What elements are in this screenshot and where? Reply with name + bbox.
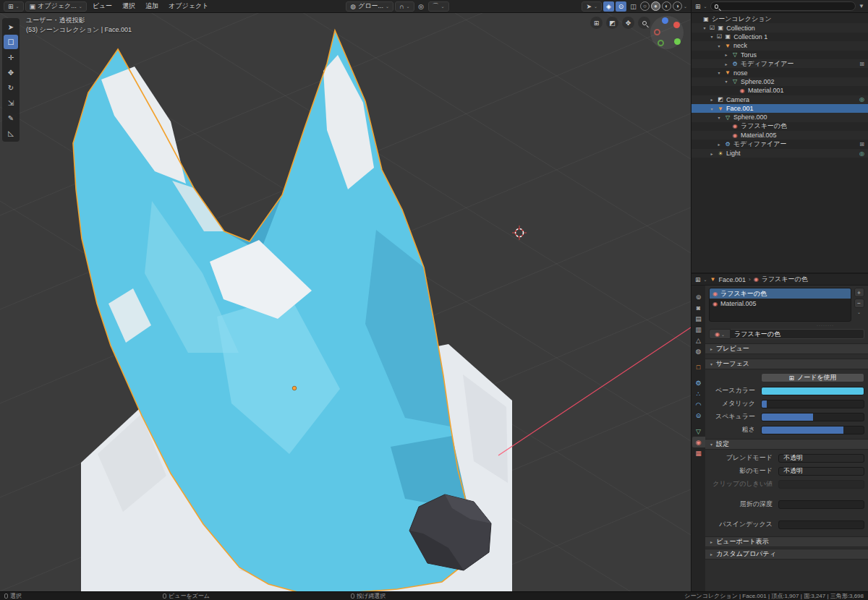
- material-name-field[interactable]: ラフスキーの色: [731, 329, 864, 339]
- section-viewport-display[interactable]: ▸ ビューポート表示: [705, 536, 868, 547]
- navigation-gizmo[interactable]: [650, 16, 684, 49]
- expand-caret[interactable]: ▾: [716, 70, 722, 75]
- zoom-view-button[interactable]: [638, 17, 650, 29]
- camera-view-button[interactable]: ◩: [606, 17, 618, 29]
- properties-editor-icon[interactable]: ⊞: [695, 276, 701, 283]
- enum-dropdown[interactable]: 不透明: [778, 467, 864, 476]
- expand-caret[interactable]: ▾: [716, 43, 722, 48]
- filter-icon[interactable]: ▼: [859, 3, 864, 9]
- select-box-tool[interactable]: ☐: [4, 35, 18, 49]
- axis-neg-y-dot[interactable]: [658, 40, 664, 46]
- tab-view-layer[interactable]: ▥: [692, 324, 705, 335]
- tab-object-data[interactable]: ▽: [692, 426, 705, 437]
- value-slider[interactable]: [761, 413, 864, 421]
- outliner-row[interactable]: ▸◩Camera◎: [692, 95, 868, 104]
- outliner-row[interactable]: ▸☀Light◎: [692, 149, 868, 158]
- rotate-tool[interactable]: ↻: [4, 80, 18, 95]
- editor-type-button[interactable]: ⊞ ⌄: [4, 1, 24, 12]
- tab-texture[interactable]: ▦: [692, 447, 705, 458]
- xray-toggle[interactable]: ◫: [628, 1, 639, 12]
- enum-dropdown[interactable]: 不透明: [778, 454, 864, 463]
- expand-caret[interactable]: ▸: [709, 151, 715, 156]
- outliner-row[interactable]: ▸▽Torus: [692, 51, 868, 59]
- remove-slot-button[interactable]: −: [854, 299, 864, 308]
- browse-material-button[interactable]: ◉ ⌄: [709, 329, 731, 339]
- tab-render[interactable]: ◙: [692, 302, 705, 313]
- tab-particles[interactable]: ∴: [692, 388, 705, 399]
- collection-checkbox[interactable]: ☑: [717, 33, 722, 40]
- tab-tool[interactable]: ⊚: [692, 291, 705, 302]
- slot-specials-icon[interactable]: ⌄: [857, 309, 861, 314]
- mode-select[interactable]: ▣ オブジェク... ⌄: [25, 1, 87, 12]
- use-nodes-button[interactable]: ⊞ ノードを使用: [761, 373, 864, 382]
- tab-scene[interactable]: △: [692, 335, 705, 346]
- section-settings[interactable]: ▾ 設定: [705, 439, 868, 450]
- tab-output[interactable]: ▤: [692, 313, 705, 324]
- expand-caret[interactable]: ▸: [709, 97, 715, 102]
- outliner-row[interactable]: ▾☑▣Collection: [692, 23, 868, 32]
- tab-modifiers[interactable]: ⚙: [692, 377, 705, 388]
- data-icon[interactable]: ◎: [859, 150, 864, 157]
- object-visibility-select[interactable]: ➤ ⌄: [582, 1, 602, 12]
- material-slot[interactable]: ◉ラフスキーの色: [710, 288, 851, 299]
- outliner-row[interactable]: ▾▼nose: [692, 68, 868, 77]
- tab-physics[interactable]: ◠: [692, 399, 705, 410]
- expand-caret[interactable]: ▸: [723, 52, 729, 57]
- tab-world[interactable]: ◍: [692, 346, 705, 356]
- material-slot[interactable]: ◉Material.005: [710, 299, 851, 309]
- ortho-toggle-button[interactable]: ⊞: [590, 17, 603, 29]
- shading-rendered-button[interactable]: ◑: [673, 1, 682, 11]
- viewport-canvas[interactable]: ➤☐✛✥↻⇲✎◺ ユーザー・透視投影 (53) シーンコレクション | Face…: [0, 13, 691, 591]
- snap-toggle[interactable]: ∩ ⌄: [395, 1, 414, 12]
- outliner-row[interactable]: ▸⚙モディファイアー⊞: [692, 59, 868, 68]
- transform-orientation-select[interactable]: ◍ グロー... ⌄: [346, 1, 393, 12]
- menu-item-1[interactable]: 選択: [118, 1, 140, 12]
- menu-item-0[interactable]: ビュー: [88, 1, 116, 12]
- expand-caret[interactable]: ▸: [723, 61, 729, 67]
- collection-checkbox[interactable]: ☑: [710, 25, 715, 31]
- value-slider[interactable]: [761, 426, 864, 434]
- outliner-editor-icon[interactable]: ⊞: [695, 3, 701, 10]
- pan-view-button[interactable]: ✥: [622, 17, 634, 29]
- screen-icon[interactable]: ⊞: [859, 141, 864, 147]
- axis-y-dot[interactable]: [674, 38, 681, 45]
- menu-item-2[interactable]: 追加: [141, 1, 163, 12]
- outliner-row[interactable]: ▾▽Sphere.000: [692, 113, 868, 121]
- section-preview[interactable]: ▸ プレビュー: [705, 343, 868, 354]
- expand-caret[interactable]: ▾: [709, 106, 715, 111]
- outliner-row[interactable]: ▾▽Sphere.002: [692, 77, 868, 86]
- outliner-row[interactable]: ▸⚙モディファイアー⊞: [692, 140, 868, 148]
- value-slider[interactable]: [761, 400, 864, 408]
- outliner-search[interactable]: [710, 1, 856, 11]
- expand-caret[interactable]: ▾: [702, 25, 707, 30]
- expand-caret[interactable]: ▾: [709, 34, 715, 39]
- outliner-row[interactable]: ◉Material.001: [692, 86, 868, 95]
- move-tool[interactable]: ✥: [4, 65, 18, 80]
- menu-item-3[interactable]: オブジェクト: [164, 1, 213, 12]
- shading-solid-button[interactable]: ●: [651, 1, 660, 11]
- outliner-row[interactable]: ◉ラフスキーの色: [692, 122, 868, 131]
- expand-caret[interactable]: ▸: [716, 142, 722, 147]
- outliner-row[interactable]: ▾▼neck: [692, 41, 868, 50]
- breadcrumb-material[interactable]: ラフスキーの色: [762, 275, 808, 284]
- data-icon[interactable]: ◎: [859, 96, 864, 103]
- tab-material[interactable]: ◉: [692, 437, 705, 447]
- expand-caret[interactable]: ▾: [716, 115, 722, 120]
- add-slot-button[interactable]: ＋: [854, 288, 864, 297]
- axis-neg-x-dot[interactable]: [654, 29, 660, 35]
- section-surface[interactable]: ▾ サーフェス: [705, 359, 868, 369]
- base-color-swatch[interactable]: [761, 387, 864, 395]
- axis-x-dot[interactable]: [673, 22, 680, 28]
- search-input[interactable]: [721, 3, 851, 9]
- show-gizmo-toggle[interactable]: ◈: [603, 1, 614, 12]
- number-field[interactable]: [778, 520, 864, 529]
- shading-material-button[interactable]: ◐: [662, 1, 671, 11]
- screen-icon[interactable]: ⊞: [859, 61, 864, 67]
- expand-caret[interactable]: ▾: [723, 79, 729, 84]
- measure-tool[interactable]: ◺: [4, 126, 18, 140]
- number-field[interactable]: [778, 500, 864, 509]
- tweak-select-tool[interactable]: ➤: [4, 20, 18, 34]
- annotate-tool[interactable]: ✎: [4, 111, 18, 125]
- breadcrumb-object[interactable]: Face.001: [719, 276, 746, 283]
- scale-tool[interactable]: ⇲: [4, 95, 18, 110]
